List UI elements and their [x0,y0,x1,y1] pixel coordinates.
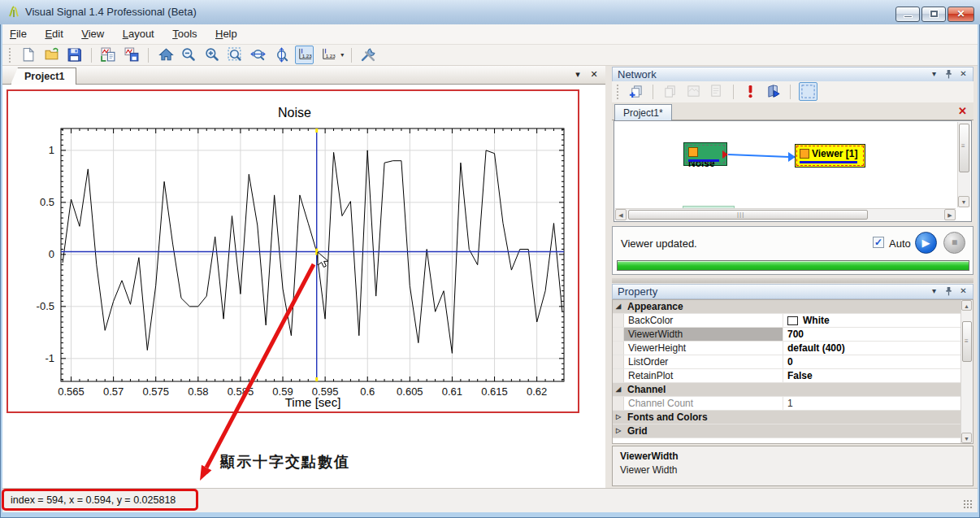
property-category-grid[interactable]: ▷ Grid [613,424,973,438]
zoom-out-button[interactable] [180,46,198,64]
zoom-in-icon [205,47,220,63]
network-tab-project1[interactable]: Project1* [614,104,672,120]
home-icon [158,47,174,63]
thumb-grip: ≡ [965,337,969,345]
network-canvas[interactable]: Noise Viewer [1] ◀ ▶ ||| ≡ ▼ [614,120,972,222]
panel-close-icon[interactable]: ✕ [957,286,969,295]
expander-icon[interactable]: ▷ [613,411,624,424]
tab-list-dropdown[interactable]: ▾ [571,69,584,80]
add-module-button[interactable] [627,82,645,101]
network-node-viewer[interactable]: Viewer [1] [795,144,865,168]
import-viewer-button[interactable] [99,46,118,64]
minimize-icon [904,15,913,18]
zoom-region-button[interactable] [226,46,245,64]
row-indent [613,355,624,368]
viewerwidth-value[interactable]: 700 [783,328,973,341]
copy-network-button[interactable] [661,82,679,101]
scrollbar-thumb[interactable] [628,210,868,220]
auto-checkbox[interactable]: ✓ [873,237,884,248]
run-icon [766,84,782,99]
backcolor-value[interactable]: White [783,314,973,327]
close-button[interactable]: ✕ [947,7,974,22]
error-list-button[interactable] [741,82,760,101]
menu-layout[interactable]: Layout [115,24,162,43]
toolbar-grip[interactable] [617,85,620,99]
export-viewer-button[interactable] [123,46,141,64]
pin-icon[interactable] [943,69,955,81]
panel-menu-icon[interactable]: ▾ [928,69,940,78]
open-project-button[interactable] [42,46,61,64]
export-network-button[interactable] [707,82,726,101]
play-button[interactable]: ▶ [915,232,937,254]
menu-file[interactable]: File [2,24,34,43]
selection-mode-button[interactable] [799,82,817,101]
home-view-button[interactable] [157,46,176,64]
property-row-retainplot[interactable]: RetainPlot False [613,369,973,383]
zoom-out-icon [181,47,197,63]
module-icon [688,147,698,157]
auto-checkbox-label: Auto [889,237,911,250]
property-row-backcolor[interactable]: BackColor White [613,314,973,328]
pin-icon[interactable] [943,286,955,298]
expander-icon[interactable]: ▷ [613,424,624,437]
property-row-listorder[interactable]: ListOrder 0 [613,355,973,369]
save-image-button[interactable] [684,82,703,101]
property-row-viewerwidth[interactable]: ViewerWidth 700 [613,328,973,342]
network-vertical-scrollbar[interactable]: ≡ ▼ [957,122,970,207]
toolbar-separator [790,85,791,99]
expander-icon[interactable]: ◢ [613,383,624,396]
panel-splitter[interactable] [612,278,973,283]
menu-edit[interactable]: Edit [37,24,70,43]
noise-viewer[interactable]: 0.5650.570.5750.580.5850.590.5950.60.605… [7,89,579,413]
expand-y-range-button[interactable] [272,46,291,64]
dropdown-caret-icon[interactable]: ▾ [340,51,344,59]
toolbar-grip[interactable] [9,48,12,63]
play-icon: ▶ [922,237,930,249]
network-horizontal-scrollbar[interactable]: ◀ ▶ ||| [615,208,956,220]
output-port-icon[interactable] [722,150,732,159]
toolbar-separator [91,48,92,63]
scroll-left-icon[interactable]: ◀ [615,209,627,220]
node-label: Viewer [1] [812,148,857,159]
expander-icon[interactable]: ◢ [613,300,624,313]
property-row-viewerheight[interactable]: ViewerHeight default (400) [613,342,973,355]
toolbar-separator [733,85,734,99]
listorder-value[interactable]: 0 [783,355,973,368]
preferences-button[interactable] [359,46,378,64]
minimize-button[interactable] [895,7,920,22]
resize-grip[interactable] [963,499,973,509]
restore-button[interactable] [921,7,946,22]
menu-view[interactable]: View [74,24,111,43]
new-document-button[interactable] [19,46,37,64]
property-category-appearance[interactable]: ◢ Appearance [613,300,973,314]
scroll-up-icon[interactable]: ▲ [961,300,972,311]
retainplot-value[interactable]: False [783,369,973,382]
run-network-button[interactable] [765,82,783,101]
scroll-right-icon[interactable]: ▶ [944,209,956,220]
scroll-down-icon[interactable]: ▼ [958,196,969,207]
property-category-channel[interactable]: ◢ Channel [613,383,973,397]
stop-button[interactable]: ■ [943,232,965,254]
panel-close-icon[interactable]: ✕ [957,69,969,78]
panel-menu-icon[interactable]: ▾ [928,286,940,295]
network-node-noise[interactable]: Noise [683,142,727,166]
property-category-fonts-colors[interactable]: ▷ Fonts and Colors [613,411,973,424]
axis-scale-button[interactable]: 1.23 [295,46,314,64]
axis-scale-options-button[interactable]: 1.23 [319,46,337,64]
property-row-channelcount[interactable]: Channel Count 1 [613,397,973,411]
expand-x-range-button[interactable] [249,46,267,64]
menu-help[interactable]: Help [208,24,245,43]
save-project-button[interactable] [65,46,84,64]
property-vertical-scrollbar[interactable]: ▲ ≡ ▼ [960,300,973,443]
network-tab-close-icon[interactable]: ✕ [958,105,967,117]
tab-close-button[interactable]: ✕ [588,69,601,80]
tab-project1[interactable]: Project1 [11,67,76,85]
scroll-down-icon[interactable]: ▼ [961,433,972,443]
zoom-in-button[interactable] [203,46,222,64]
title-bar: Visual Signal 1.4 Professional (Beta) ✕ [0,0,980,24]
chart-save-icon [124,47,140,63]
viewerheight-value[interactable]: default (400) [783,342,973,355]
tools-icon [361,47,376,63]
stop-icon: ■ [952,237,957,248]
menu-tools[interactable]: Tools [165,24,204,43]
